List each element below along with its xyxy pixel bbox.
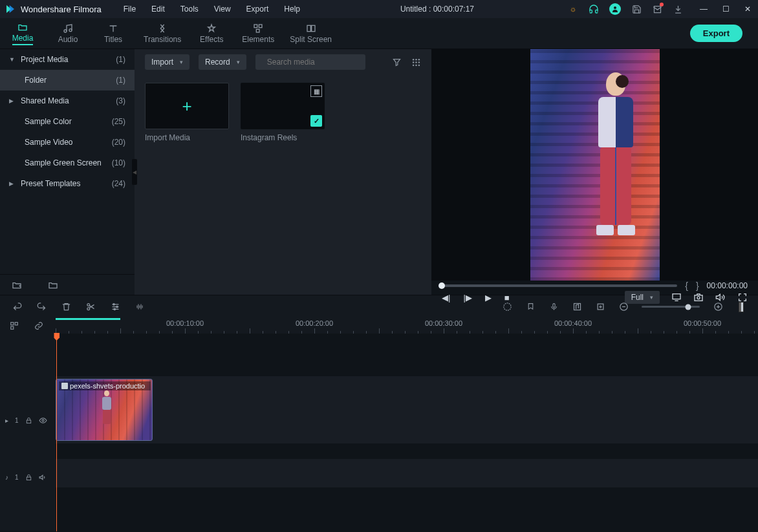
tracks-area[interactable]: pexels-shvets-productio <box>56 334 758 531</box>
tab-split-screen[interactable]: Split Screen <box>282 21 340 47</box>
menu-tools[interactable]: Tools <box>174 2 205 16</box>
tips-icon[interactable]: ☼ <box>568 4 578 14</box>
svg-rect-3 <box>254 25 257 28</box>
tab-titles[interactable]: Titles <box>91 21 136 47</box>
ruler-label: 00:00:30:00 <box>425 319 462 327</box>
video-frame <box>530 49 660 281</box>
redo-icon[interactable] <box>36 302 47 312</box>
play-button[interactable]: ▶ <box>485 293 492 303</box>
open-folder-icon[interactable] <box>48 281 58 290</box>
playhead[interactable] <box>56 334 57 531</box>
menu-view[interactable]: View <box>208 2 237 16</box>
svg-point-12 <box>412 61 414 63</box>
menu-file[interactable]: File <box>117 2 142 16</box>
tab-audio[interactable]: Audio <box>45 21 91 47</box>
zoom-in-icon[interactable] <box>713 302 723 312</box>
save-icon[interactable] <box>631 4 642 14</box>
reel-thumb[interactable]: ▦ ✓ <box>241 83 325 129</box>
window-controls: — ☐ ✕ <box>698 4 753 14</box>
preview-panel: { } 00:00:00:00 ◀| |▶ ▶ ■ Full▾ <box>431 49 758 295</box>
effects-icon <box>206 23 217 34</box>
maximize-button[interactable]: ☐ <box>720 4 731 14</box>
mark-out-icon[interactable]: } <box>696 281 699 291</box>
lock-icon[interactable] <box>25 474 32 481</box>
render-icon[interactable] <box>502 302 512 312</box>
stop-button[interactable]: ■ <box>504 293 510 303</box>
account-icon[interactable] <box>609 3 621 15</box>
sidebar-item-preset-templates[interactable]: ▶ Preset Templates (24) <box>0 173 135 194</box>
tab-transitions[interactable]: Transitions <box>136 21 189 47</box>
delete-icon[interactable] <box>61 302 71 312</box>
close-button[interactable]: ✕ <box>742 4 753 14</box>
import-dropdown[interactable]: Import▾ <box>145 54 190 70</box>
menu-help[interactable]: Help <box>277 2 307 16</box>
preview-canvas[interactable] <box>431 49 758 281</box>
timeline-ruler[interactable]: 00:00:10:0000:00:20:0000:00:30:0000:00:4… <box>56 318 758 334</box>
next-frame-button[interactable]: |▶ <box>463 293 471 303</box>
clip-type-icon <box>61 383 68 389</box>
lock-icon[interactable] <box>25 417 32 424</box>
video-track[interactable]: pexels-shvets-productio <box>56 376 758 443</box>
sidebar-item-sample-video[interactable]: Sample Video (20) <box>0 132 135 153</box>
scrub-track[interactable] <box>442 284 677 287</box>
menu-edit[interactable]: Edit <box>145 2 171 16</box>
sidebar-item-project-media[interactable]: ▼ Project Media (1) <box>0 49 135 70</box>
sidebar-item-sample-green-screen[interactable]: Sample Green Screen (10) <box>0 153 135 173</box>
zoom-knob[interactable] <box>686 304 691 310</box>
split-icon[interactable] <box>85 302 96 312</box>
tab-media[interactable]: Media <box>0 19 45 48</box>
filter-icon[interactable] <box>391 57 402 67</box>
undo-icon[interactable] <box>12 302 22 312</box>
visibility-icon[interactable] <box>39 417 47 424</box>
svg-rect-4 <box>259 25 263 28</box>
audio-track[interactable] <box>56 459 758 487</box>
support-icon[interactable] <box>589 4 599 14</box>
ruler-label: 00:00:10:00 <box>166 319 204 327</box>
scrub-knob[interactable] <box>439 282 445 289</box>
tab-elements[interactable]: Elements <box>234 21 282 47</box>
sidebar-item-sample-color[interactable]: Sample Color (25) <box>0 111 135 132</box>
search-input[interactable] <box>255 54 365 70</box>
minimize-button[interactable]: — <box>698 4 709 14</box>
tab-effects[interactable]: Effects <box>189 21 234 47</box>
crop-icon[interactable] <box>595 302 605 312</box>
record-dropdown[interactable]: Record▾ <box>199 54 246 70</box>
menu-export[interactable]: Export <box>240 2 276 16</box>
manage-tracks-icon[interactable] <box>9 321 19 331</box>
mark-in-icon[interactable]: { <box>685 281 688 291</box>
video-clip[interactable]: pexels-shvets-productio <box>56 379 153 441</box>
panel-resize-handle[interactable]: ◀ <box>132 159 137 185</box>
used-check-icon: ✓ <box>310 115 322 127</box>
new-folder-icon[interactable] <box>12 281 22 290</box>
voiceover-icon[interactable] <box>548 302 559 312</box>
zoom-fit-icon[interactable] <box>736 302 746 312</box>
import-thumb[interactable]: + <box>145 83 229 129</box>
spacer-track <box>56 334 758 376</box>
transitions-icon <box>157 23 168 34</box>
svg-point-23 <box>113 304 114 306</box>
audio-mixer-icon[interactable] <box>572 302 582 312</box>
zoom-slider[interactable] <box>642 306 700 308</box>
grid-view-icon[interactable] <box>411 57 421 67</box>
svg-rect-34 <box>15 323 17 325</box>
marker-icon[interactable] <box>525 302 536 312</box>
app-name: Wondershare Filmora <box>21 5 102 14</box>
export-button[interactable]: Export <box>690 25 742 42</box>
prev-frame-button[interactable]: ◀| <box>442 293 450 303</box>
sidebar-item-shared-media[interactable]: ▶ Shared Media (3) <box>0 90 135 111</box>
adjust-icon[interactable] <box>110 302 120 312</box>
import-media-tile[interactable]: + Import Media <box>145 83 229 142</box>
video-track-icon: ▸ <box>5 417 8 424</box>
media-panel: ◀ Import▾ Record▾ + Import Media <box>135 49 431 295</box>
audio-wave-icon[interactable] <box>135 302 145 312</box>
media-tile-reels[interactable]: ▦ ✓ Instagram Reels <box>241 83 325 142</box>
download-icon[interactable] <box>673 4 683 14</box>
zoom-out-icon[interactable] <box>618 302 629 312</box>
tool-tabs: Media Audio Titles Transitions Effects E… <box>0 18 758 49</box>
notification-icon[interactable] <box>652 4 662 14</box>
mute-icon[interactable] <box>39 474 47 481</box>
svg-rect-19 <box>695 295 702 301</box>
search-field[interactable] <box>267 58 364 67</box>
sidebar-item-folder[interactable]: Folder (1) <box>0 70 135 90</box>
link-icon[interactable] <box>34 321 44 331</box>
